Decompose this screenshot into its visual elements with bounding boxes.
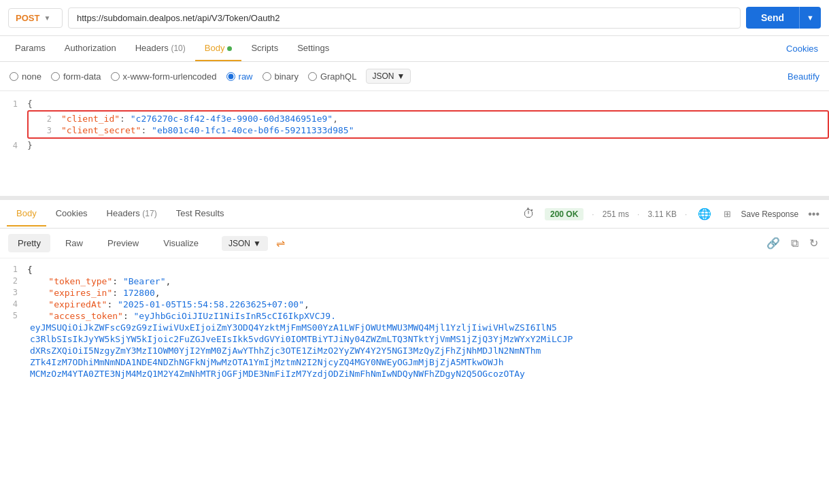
line-number: 1	[0, 265, 27, 274]
link-icon[interactable]: 🔗	[764, 235, 783, 251]
json-format-select[interactable]: JSON ▼	[366, 69, 411, 84]
resp-tab-test-results[interactable]: Test Results	[167, 201, 234, 226]
body-type-binary[interactable]: binary	[263, 71, 299, 82]
send-button[interactable]: Send	[746, 7, 799, 29]
refresh-icon[interactable]: ↻	[807, 235, 821, 251]
line-number: 1	[0, 99, 27, 109]
method-chevron-icon: ▼	[44, 14, 50, 22]
token-line-3: dXRsZXQiOiI5NzgyZmY3MzI1OWM0YjI2YmM0ZjAw…	[27, 346, 541, 356]
request-tabs: Params Authorization Headers (10) Body S…	[0, 36, 829, 62]
line-number: 4	[0, 140, 27, 150]
line-content: "client_id": "c276270c-8f42-4f3e-9900-60…	[61, 114, 822, 124]
url-input[interactable]	[68, 7, 741, 29]
line-number: 5	[0, 311, 27, 320]
globe-icon[interactable]: 🌐	[695, 206, 714, 222]
tab-headers[interactable]: Headers (10)	[126, 36, 195, 61]
wrap-lines-icon[interactable]: ⇌	[276, 237, 285, 250]
tab-params[interactable]: Params	[5, 36, 55, 61]
line-number: 3	[0, 288, 27, 297]
line-number: 4	[0, 299, 27, 309]
line-content: "token_type": "Bearer",	[27, 276, 171, 286]
resp-tab-headers[interactable]: Headers (17)	[97, 201, 167, 226]
line-content: "expires_in": 172800,	[27, 288, 160, 298]
beautify-link[interactable]: Beautify	[788, 71, 819, 82]
status-badge: 200 OK	[545, 208, 583, 220]
line-content: "client_secret": "eb801c40-1fc1-40ce-b0f…	[61, 125, 822, 135]
resp-time: 251 ms	[603, 209, 629, 219]
save-response-icon[interactable]: ⊞	[721, 207, 734, 220]
resp-tab-cookies[interactable]: Cookies	[46, 201, 97, 226]
resp-line-long-5: MCMzOzM4YTA0ZTE3NjM4MzQ1M2Y4ZmNhMTRjOGFj…	[0, 368, 829, 380]
resp-line-5: 5 "access_token": "eyJhbGciOiJIUzI1NiIsI…	[0, 310, 829, 322]
body-type-raw[interactable]: raw	[226, 71, 253, 82]
resp-tab-body[interactable]: Body	[7, 201, 46, 226]
resp-status-row: ⏱ 200 OK · 251 ms · 3.11 KB · 🌐 ⊞ Save R…	[520, 200, 822, 228]
request-body-editor: 1 { 2 "client_id": "c276270c-8f42-4f3e-9…	[0, 91, 829, 200]
tab-authorization[interactable]: Authorization	[55, 36, 126, 61]
response-section: Body Cookies Headers (17) Test Results ⏱…	[0, 200, 829, 385]
token-line-5: MCMzOzM4YTA0ZTE3NjM4MzQ1M2Y4ZmNhMTRjOGFj…	[27, 369, 525, 379]
code-editor[interactable]: 1 { 2 "client_id": "c276270c-8f42-4f3e-9…	[0, 91, 829, 158]
resp-line-4: 4 "expiredAt": "2025-01-05T15:54:58.2263…	[0, 299, 829, 310]
more-options-icon[interactable]: •••	[805, 207, 822, 222]
fmt-tab-preview[interactable]: Preview	[98, 234, 148, 252]
fmt-tab-pretty[interactable]: Pretty	[8, 234, 50, 252]
body-type-form-data[interactable]: form-data	[51, 71, 101, 82]
highlight-box: 2 "client_id": "c276270c-8f42-4f3e-9900-…	[27, 110, 829, 139]
resp-json-format-select[interactable]: JSON ▼	[222, 236, 268, 251]
fmt-tab-visualize[interactable]: Visualize	[154, 234, 208, 252]
token-line-1: eyJMSUQiOiJkZWFscG9zG9zIiwiVUxEIjoiZmY3O…	[27, 322, 557, 333]
req-line-2: 2 "client_id": "c276270c-8f42-4f3e-9900-…	[34, 113, 822, 124]
response-format-bar: Pretty Raw Preview Visualize JSON ▼ ⇌ 🔗 …	[0, 229, 829, 258]
fmt-tab-raw[interactable]: Raw	[56, 234, 92, 252]
body-type-none[interactable]: none	[10, 71, 41, 82]
url-bar: POST ▼ Send ▼	[0, 0, 829, 36]
resp-line-long-4: ZTk4IzM7ODhiMmNmNDA1NDE4NDZhNGFkNjMwMzOT…	[0, 356, 829, 368]
body-types-row: none form-data x-www-form-urlencoded raw…	[0, 62, 829, 91]
copy-icon[interactable]: ⧉	[788, 235, 801, 251]
resp-icons-group: 🔗 ⧉ ↻	[764, 235, 821, 251]
history-icon[interactable]: ⏱	[520, 204, 538, 224]
method-select[interactable]: POST ▼	[8, 8, 63, 28]
body-type-graphql[interactable]: GraphQL	[308, 71, 356, 82]
response-tabs-row: Body Cookies Headers (17) Test Results ⏱…	[0, 200, 829, 229]
token-line-2: c3RlbSIsIkJyYW5kSjYW5kIjoic2FuZGJveEIsIk…	[27, 334, 573, 344]
method-label: POST	[16, 13, 39, 23]
line-content: {	[27, 265, 33, 275]
tab-settings[interactable]: Settings	[288, 36, 339, 61]
req-line-1: 1 {	[0, 98, 829, 110]
tab-body[interactable]: Body	[195, 36, 242, 61]
send-dropdown-button[interactable]: ▼	[799, 7, 821, 29]
line-number: 2	[0, 276, 27, 286]
response-body: 1 { 2 "token_type": "Bearer", 3 "expires…	[0, 258, 829, 385]
resp-line-1: 1 {	[0, 264, 829, 275]
resp-line-long-2: c3RlbSIsIkJyYW5kSjYW5kIjoic2FuZGJveEIsIk…	[0, 333, 829, 345]
line-content: {	[27, 99, 829, 109]
line-number: 3	[34, 125, 61, 135]
save-response-label[interactable]: Save Response	[741, 209, 798, 219]
json-chevron-icon: ▼	[396, 71, 405, 81]
line-number: 2	[34, 114, 61, 124]
cookies-link[interactable]: Cookies	[781, 37, 824, 61]
req-line-4: 4 }	[0, 139, 829, 151]
json-fmt-chevron-icon: ▼	[253, 239, 261, 248]
token-line-4: ZTk4IzM7ODhiMmNmNDA1NDE4NDZhNGFkNjMwMzOT…	[27, 357, 504, 367]
resp-line-2: 2 "token_type": "Bearer",	[0, 275, 829, 287]
body-type-urlencoded[interactable]: x-www-form-urlencoded	[111, 71, 217, 82]
tab-scripts[interactable]: Scripts	[241, 36, 288, 61]
resp-line-long-1: eyJMSUQiOiJkZWFscG9zG9zIiwiVUxEIjoiZmY3O…	[0, 322, 829, 333]
resp-line-long-3: dXRsZXQiOiI5NzgyZmY3MzI1OWM0YjI2YmM0ZjAw…	[0, 345, 829, 356]
req-line-3: 3 "client_secret": "eb801c40-1fc1-40ce-b…	[34, 124, 822, 136]
send-btn-wrapper: Send ▼	[746, 7, 821, 29]
resp-size: 3.11 KB	[647, 209, 677, 219]
line-content: "expiredAt": "2025-01-05T15:54:58.226362…	[27, 299, 309, 309]
line-content: }	[27, 140, 829, 150]
line-content: "access_token": "eyJhbGciOiJIUzI1NiIsInR…	[27, 311, 336, 321]
resp-line-3: 3 "expires_in": 172800,	[0, 287, 829, 299]
